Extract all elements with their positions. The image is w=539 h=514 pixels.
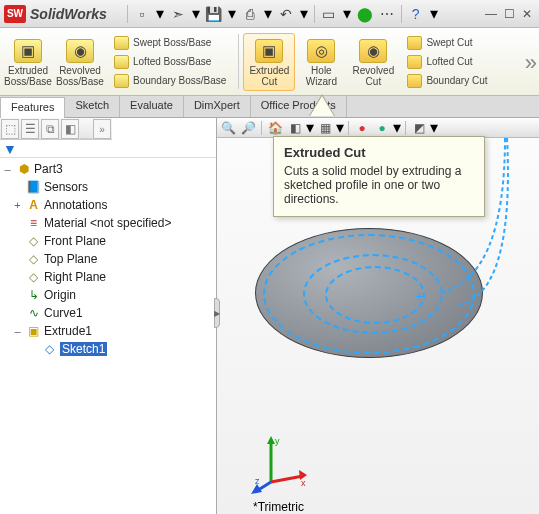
- revolved-boss-button[interactable]: ◉ Revolved Boss/Base: [54, 33, 106, 91]
- select-icon[interactable]: ▭: [321, 6, 337, 22]
- revolved-boss-icon: ◉: [66, 39, 94, 63]
- hide-show-icon[interactable]: ▦: [316, 120, 334, 136]
- sketch-origin-marker-icon: +: [415, 288, 423, 304]
- panel-tab-strip: ⬚ ☰ ⧉ ◧ »: [0, 118, 112, 140]
- plane-icon: ◇: [26, 270, 41, 284]
- sketch-icon: ◇: [42, 342, 57, 356]
- origin-icon: ↳: [26, 288, 41, 302]
- lofted-cut-button[interactable]: Lofted Cut: [403, 53, 491, 71]
- panel-tab-property-icon[interactable]: ☰: [21, 119, 39, 139]
- ribbon-tabs: Features Sketch Evaluate DimXpert Office…: [0, 96, 539, 118]
- lofted-boss-button[interactable]: Lofted Boss/Base: [110, 53, 230, 71]
- revolved-boss-label: Revolved Boss/Base: [55, 65, 105, 87]
- options-icon[interactable]: ⋯: [379, 6, 395, 22]
- print-icon[interactable]: ⎙: [242, 6, 258, 22]
- panel-overflow-icon[interactable]: »: [93, 119, 111, 139]
- tab-evaluate[interactable]: Evaluate: [120, 96, 184, 117]
- zoom-area-icon[interactable]: 🔎: [239, 120, 257, 136]
- hole-wizard-icon: ◎: [307, 39, 335, 63]
- tree-right-plane[interactable]: ◇Right Plane: [0, 268, 216, 286]
- plane-icon: ◇: [26, 252, 41, 266]
- extruded-boss-button[interactable]: ▣ Extruded Boss/Base: [2, 33, 54, 91]
- tree-sketch1[interactable]: ◇Sketch1: [0, 340, 216, 358]
- swept-cut-icon: [407, 36, 422, 50]
- ribbon-overflow-icon[interactable]: »: [525, 50, 537, 76]
- help-icon[interactable]: ?: [408, 6, 424, 22]
- tab-sketch[interactable]: Sketch: [65, 96, 120, 117]
- feature-manager-panel: ⬚ ☰ ⧉ ◧ » ▼ – ⬢ Part3 📘Sensors +AAnnotat…: [0, 118, 217, 514]
- display-style-icon[interactable]: ◧: [286, 120, 304, 136]
- panel-splitter-handle[interactable]: ▶: [214, 298, 220, 328]
- svg-line-2: [271, 476, 303, 482]
- view-orientation-label: *Trimetric: [253, 500, 304, 514]
- panel-tab-dim-icon[interactable]: ◧: [61, 119, 79, 139]
- save-icon[interactable]: 💾: [206, 6, 222, 22]
- boundary-cut-button[interactable]: Boundary Cut: [403, 72, 491, 90]
- view-settings-icon[interactable]: ◩: [410, 120, 428, 136]
- lofted-boss-icon: [114, 55, 129, 69]
- axis-z-label: z: [255, 476, 260, 486]
- swept-boss-button[interactable]: Swept Boss/Base: [110, 34, 230, 52]
- curve-icon: ∿: [26, 306, 41, 320]
- close-button[interactable]: ✕: [519, 6, 535, 22]
- revolved-cut-icon: ◉: [359, 39, 387, 63]
- tree-annotations[interactable]: +AAnnotations: [0, 196, 216, 214]
- hole-wizard-button[interactable]: ◎ Hole Wizard: [295, 33, 347, 91]
- extrude-icon: ▣: [26, 324, 41, 338]
- view-triad-icon: y x z: [251, 434, 311, 494]
- open-icon[interactable]: ➣: [170, 6, 186, 22]
- tree-origin[interactable]: ↳Origin: [0, 286, 216, 304]
- plane-icon: ◇: [26, 234, 41, 248]
- boundary-boss-button[interactable]: Boundary Boss/Base: [110, 72, 230, 90]
- view-orientation-icon[interactable]: 🏠: [266, 120, 284, 136]
- tab-dimxpert[interactable]: DimXpert: [184, 96, 251, 117]
- hole-wizard-label: Hole Wizard: [296, 65, 346, 87]
- feature-filter-icon[interactable]: ▼: [0, 140, 216, 158]
- appearance-icon[interactable]: ●: [353, 120, 371, 136]
- view-toolbar: 🔍 🔎 🏠 ◧▾ ▦▾ ● ●▾ ◩▾: [217, 118, 539, 138]
- extruded-cut-button[interactable]: ▣ Extruded Cut: [243, 33, 295, 91]
- panel-tab-config-icon[interactable]: ⧉: [41, 119, 59, 139]
- svg-marker-1: [267, 436, 275, 444]
- title-bar: SW SolidWorks ▫▾ ➣▾ 💾▾ ⎙▾ ↶▾ ▭▾ ⬤ ⋯ ?▾ —…: [0, 0, 539, 28]
- expander-icon[interactable]: –: [2, 163, 13, 175]
- tooltip: Extruded Cut Cuts a solid model by extru…: [273, 136, 485, 217]
- extruded-boss-label: Extruded Boss/Base: [3, 65, 53, 87]
- scene-icon[interactable]: ●: [373, 120, 391, 136]
- tree-material[interactable]: ≡Material <not specified>: [0, 214, 216, 232]
- tree-extrude1[interactable]: –▣Extrude1: [0, 322, 216, 340]
- expander-icon[interactable]: +: [12, 199, 23, 211]
- window-controls: — ☐ ✕: [483, 6, 535, 22]
- tree-curve1[interactable]: ∿Curve1: [0, 304, 216, 322]
- model-body[interactable]: +: [255, 228, 485, 398]
- tree-top-plane[interactable]: ◇Top Plane: [0, 250, 216, 268]
- tree-sensors[interactable]: 📘Sensors: [0, 178, 216, 196]
- axis-x-label: x: [301, 478, 306, 488]
- swept-cut-button[interactable]: Swept Cut: [403, 34, 491, 52]
- tooltip-title: Extruded Cut: [284, 145, 474, 160]
- lofted-cut-icon: [407, 55, 422, 69]
- extruded-cut-icon: ▣: [255, 39, 283, 63]
- minimize-button[interactable]: —: [483, 6, 499, 22]
- annotations-icon: A: [26, 198, 41, 212]
- panel-tab-feature-tree-icon[interactable]: ⬚: [1, 119, 19, 139]
- boundary-boss-icon: [114, 74, 129, 88]
- undo-icon[interactable]: ↶: [278, 6, 294, 22]
- part-icon: ⬢: [16, 162, 31, 176]
- maximize-button[interactable]: ☐: [501, 6, 517, 22]
- feature-tree: – ⬢ Part3 📘Sensors +AAnnotations ≡Materi…: [0, 158, 216, 514]
- new-doc-icon[interactable]: ▫: [134, 6, 150, 22]
- revolved-cut-label: Revolved Cut: [348, 65, 398, 87]
- app-logo-icon: SW: [4, 5, 26, 23]
- swept-boss-icon: [114, 36, 129, 50]
- tab-features[interactable]: Features: [0, 97, 65, 118]
- expander-icon[interactable]: –: [12, 325, 23, 337]
- tree-root[interactable]: – ⬢ Part3: [0, 160, 216, 178]
- revolved-cut-button[interactable]: ◉ Revolved Cut: [347, 33, 399, 91]
- quick-access-toolbar: ▫▾ ➣▾ 💾▾ ⎙▾ ↶▾ ▭▾ ⬤ ⋯ ?▾: [127, 4, 438, 23]
- material-icon: ≡: [26, 216, 41, 230]
- zoom-fit-icon[interactable]: 🔍: [219, 120, 237, 136]
- rebuild-icon[interactable]: ⬤: [357, 6, 373, 22]
- tree-front-plane[interactable]: ◇Front Plane: [0, 232, 216, 250]
- app-name: SolidWorks: [30, 6, 107, 22]
